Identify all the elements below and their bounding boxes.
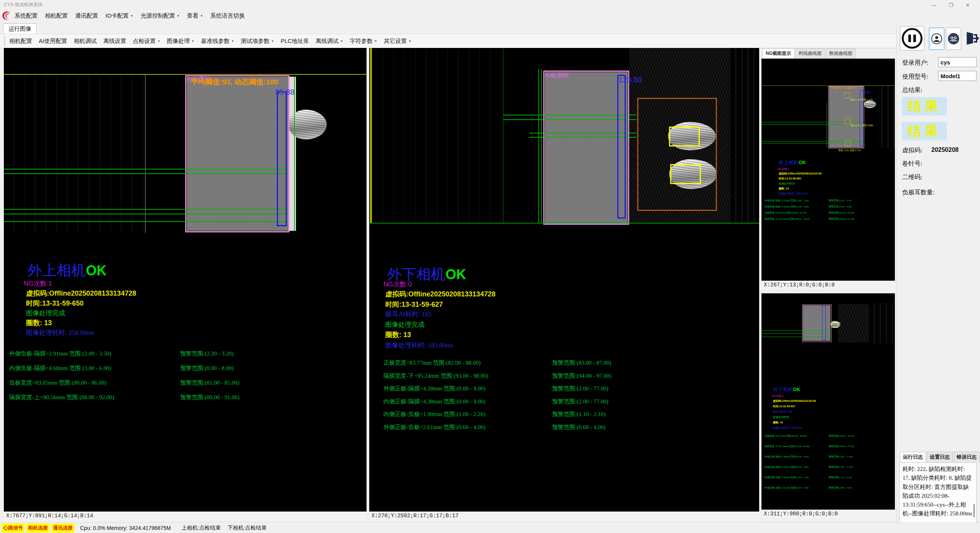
toolbar-item[interactable]: PLC地址库 [281,38,309,45]
green-edge-line [503,48,503,224]
log-scrollbar[interactable] [973,504,975,517]
user-button[interactable] [929,28,944,50]
pixel-coords-readout: X:270;Y:2502;R:17;G:17;B:17 [369,512,759,520]
measurement-row: 负极宽度=83.05mm 范围:(80.00 - 86.00)预警范围:(81.… [765,211,893,217]
result-box-1: 结果 [902,97,947,115]
elapsed-text: 图像处理耗时: 258.00ms [779,192,808,196]
process-status-text: 图像处理完成 [26,309,65,317]
toolbar-item[interactable]: 测试项参数▼ [241,38,274,45]
close-button[interactable]: ✕ [959,0,976,10]
elapsed-text: 图像处理耗时: 183.00ms [385,341,454,350]
green-measure-line [761,337,831,337]
tab-line-curve[interactable]: 料线曲线图 [795,48,825,58]
ng-thumbnail-view[interactable]: 面积:1.228 宽度:1.775 面积:1.517 宽度:0.885 宽度:1… [761,59,895,281]
login-user-input[interactable] [938,57,977,67]
maximize-button[interactable]: ❐ [942,0,959,10]
camera-name: 外上相机 [28,262,86,278]
menu-item[interactable]: 查看▼ [187,12,203,20]
tab-setting-log[interactable]: 设置日志 [927,452,953,462]
log-content[interactable]: 耗时: 222, 缺陷检测耗时: 17, 缺陷分类耗时: 0, 缺陷提取分区耗时… [899,462,977,532]
menu-item-label: 相机配置 [45,12,68,20]
log-tabs: 运行日志 设置日志 错误日志 [900,452,980,462]
toolbar-item[interactable]: AI使用配置 [39,38,67,45]
toolbar-item[interactable]: 相机调试 [74,38,97,45]
chevron-down-icon: ▼ [408,39,411,43]
measurement-text: 内侧正极-负极=1.90mm 范围:(1.00 - 2.20) [383,411,485,417]
measurement-row: 内侧负极-隔膜=4.60mm 范围:(3.00 - 6.00)预警范围:(0.0… [9,365,366,379]
window-title: CYS-视觉检测系统 [4,2,43,8]
green-measure-line [4,221,288,222]
green-measure-line [761,331,831,331]
tab-error-log[interactable]: 错误日志 [954,452,980,462]
tab-run-image[interactable]: 运行图像 [3,23,37,34]
toolbar-item[interactable]: 离线设置 [103,38,126,45]
left-camera-panel[interactable]: AI检测框 平均阈值:93, 动态阈值:100 85.88 外上相机OK NG次… [4,48,367,520]
virtual-code-text: 虚拟码:Offline20250208133134728 [385,290,495,299]
menu-item[interactable]: 系统语言切换 [210,12,245,20]
pixel-coords-readout: X:7677;Y:891;R:14;G:14;B:14 [4,512,367,520]
warning-range-text: 预警范围:(81.00 - 85.00) [180,379,239,387]
chevron-down-icon: ▼ [157,39,160,43]
measurement-text: 正极宽度=83.77mm 范围:(82.00 - 88.00) [383,360,480,366]
negative-tab-count-label: 负极耳数量: [902,189,934,197]
menu-item[interactable]: IO卡配置▼ [105,12,133,20]
tab-data-curve[interactable]: 数据曲线图 [826,48,856,58]
threshold-overlay-label: 平均阈值:93, 动态阈值:100 [191,77,278,87]
warning-range-text: 预警范围:(0.60 - 4.00) [552,424,605,431]
toolbar-item[interactable]: 其它设置▼ [384,38,411,45]
toolbar-items: 相机配置 AI使用配置 相机调试 离线设置 点检设置▼ 图像处理▼ 基准线参数▼… [9,38,411,45]
loop-count-text: 圈数: 13 [26,318,52,327]
toolbar-item[interactable]: 图像处理▼ [167,38,194,45]
measurement-row: 内侧负极-隔膜=4.60mm 范围:(3.00 - 6.00)预警范围:(0.0… [765,205,893,211]
metal-texture-region [838,304,869,342]
toolbar-item[interactable]: 相机配置 [9,38,32,45]
virtual-code-text: 虚拟码:Offline20250208133134728 [773,399,816,403]
tab-ng-screenshot[interactable]: NG截图显示 [762,48,794,58]
green-measure-line [761,124,863,125]
ai-elapsed-text: 极耳AI耗时: 165 [385,310,431,319]
needle-number-label: 卷针号: [902,160,922,168]
warning-range-text: 预警范围:(2.20 - 3.20) [180,350,233,357]
chevron-down-icon: ▼ [191,39,194,43]
toolbar-item-label: 字符参数 [350,38,373,45]
toolbar-item[interactable]: 点检设置▼ [133,38,160,45]
measurement-row: 正极宽度=83.77mm 范围:(82.00 - 88.00)预警范围:(83.… [383,359,751,372]
middle-camera-panel[interactable]: AI检测框 123.80 外下相机OK NG次数:0 虚拟码:Offline20… [369,48,759,520]
toolbar-item-label: 离线调试 [316,38,339,45]
green-measure-line [4,214,288,214]
menu-item[interactable]: 相机配置 [45,12,68,20]
menu-item[interactable]: 通讯配置 [75,12,98,20]
menu-items: 系统配置 相机配置 通讯配置 IO卡配置▼ 光源控制配置▼ 查看▼ 系统语言切换 [15,10,245,21]
measurement-row: 正极宽度=83.77mm 范围:(82.00 - 88.00)预警范围:(83.… [765,434,893,445]
user-group-button[interactable] [946,28,961,50]
minimize-button[interactable]: — [926,0,942,10]
measurement-text: 隔膜宽度-下=95.24mm 范围:(93.00 - 98.00) [383,373,488,379]
yellow-reference-line [4,74,367,75]
measurement-text: 外侧正极-隔膜=4.38mm 范围:(0.00 - 9.00) [383,385,485,392]
exit-button[interactable] [964,27,980,50]
measurement-list: 外侧负极-隔膜=2.91mm 范围:(2.00 - 3.50)预警范围:(2.2… [9,350,366,408]
model-input[interactable] [938,71,977,81]
toolbar-item[interactable]: 离线调试▼ [316,38,343,45]
qr-code-label: 二维码: [902,173,922,181]
right-sidebar: 登录用户: 使用型号: 总结果: 结果 结果 虚拟码: 20250208 卷针号… [896,23,980,533]
yellow-reference-line [370,48,372,224]
ng-count-text: NG次数:1 [24,279,52,288]
pause-button[interactable] [900,26,924,51]
width-value-label: 85.88 [275,88,294,97]
menu-item[interactable]: 系统配置 [15,12,38,20]
ng-thumbnail-view[interactable]: 外下相机OK NG次数:0 虚拟码:Offline202502081331347… [761,293,895,510]
toolbar-item[interactable]: 字符参数▼ [350,38,377,45]
ribbed-dark-region [730,48,759,224]
toolbar-item-label: 相机配置 [9,38,32,45]
toolbar-item[interactable]: 基准线参数▼ [201,38,234,45]
green-baseline [369,223,759,224]
tab-run-log[interactable]: 运行日志 [900,452,926,462]
warning-range-text: 预警范围:(0.00 - 8.00) [180,365,233,372]
elapsed-text: 图像处理耗时: 258.00ms [26,328,94,337]
measurement-text: 内侧负极-隔膜=4.60mm 范围:(3.00 - 6.00) [9,365,111,371]
film-dark-region [373,48,503,224]
measurement-row: 负极宽度=83.05mm 范围:(80.00 - 86.00)预警范围:(81.… [9,379,366,394]
menu-item[interactable]: 光源控制配置▼ [141,12,180,20]
pixel-coords-readout: X:267;Y:13;R:0;G:0;B:0 [761,281,895,290]
